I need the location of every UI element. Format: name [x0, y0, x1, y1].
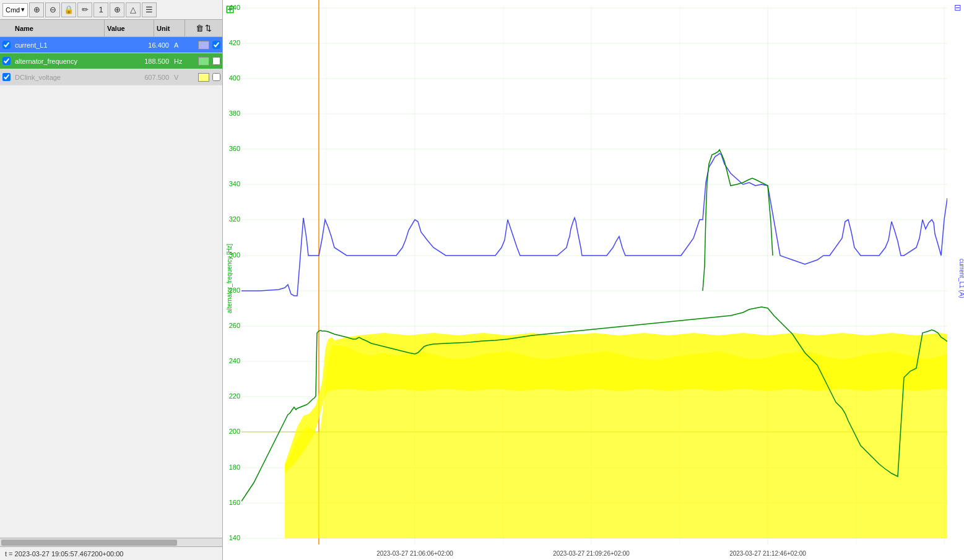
chart-panel: ⊞ ⊟: [223, 0, 964, 560]
row-checkbox-alt-freq[interactable]: [0, 57, 12, 65]
status-bar: t = 2023-03-27 19:05:57.467200+00:00: [0, 546, 222, 560]
col-header-actions: 🗑 ⇅: [185, 20, 222, 37]
row-name-current-l1: current_L1: [12, 41, 128, 49]
chart-corner-icon-left[interactable]: ⊞: [225, 2, 235, 16]
svg-text:140: 140: [229, 534, 240, 541]
cmd-dropdown[interactable]: Cmd ▾: [2, 3, 28, 17]
row-value-alt-freq: 188.500: [128, 58, 172, 65]
left-panel: Cmd ▾ ⊕ ⊖ 🔒 ✏ 1 ⊕ △ ☰ Name Value Unit 🗑 …: [0, 0, 223, 560]
table-header: Name Value Unit 🗑 ⇅: [0, 20, 222, 37]
toolbar-btn-delta[interactable]: △: [126, 2, 141, 17]
col-header-value: Value: [105, 20, 154, 37]
row-value-dclink: 607.500: [128, 74, 172, 81]
svg-text:340: 340: [229, 180, 240, 187]
chart-svg: 140 160 180 200 220 240 260 280 300 320 …: [223, 0, 964, 560]
toolbar-btn-menu[interactable]: ☰: [142, 2, 157, 17]
svg-text:380: 380: [229, 110, 240, 117]
horizontal-scrollbar[interactable]: [0, 538, 222, 546]
toolbar-btn-add[interactable]: ⊕: [110, 2, 124, 17]
row-actions-current-l1: [196, 41, 222, 50]
svg-text:2023-03-27 21:06:06+02:00: 2023-03-27 21:06:06+02:00: [376, 550, 453, 557]
svg-text:current_L1 (A): current_L1 (A): [958, 259, 964, 298]
toolbar-btn-one[interactable]: 1: [93, 2, 108, 17]
row-actions-alt-freq: [196, 57, 222, 66]
svg-text:400: 400: [229, 74, 240, 82]
dropdown-arrow: ▾: [21, 6, 25, 14]
svg-text:180: 180: [229, 463, 240, 471]
time-display: t = 2023-03-27 19:05:57.467200+00:00: [5, 550, 123, 558]
row-name-alt-freq: alternator_frequency: [12, 58, 128, 65]
svg-text:320: 320: [229, 215, 240, 223]
row-unit-current-l1: A: [172, 41, 196, 49]
toolbar-btn-magnify-plus[interactable]: ⊕: [29, 2, 44, 17]
row-unit-alt-freq: Hz: [172, 58, 196, 65]
row-color-current-l1[interactable]: [198, 41, 209, 50]
row-actions-dclink: [196, 73, 222, 82]
svg-text:2023-03-27 21:09:26+02:00: 2023-03-27 21:09:26+02:00: [553, 550, 630, 557]
toolbar-btn-magnify-minus[interactable]: ⊖: [45, 2, 60, 17]
toolbar: Cmd ▾ ⊕ ⊖ 🔒 ✏ 1 ⊕ △ ☰: [0, 0, 222, 20]
table-row: alternator_frequency 188.500 Hz: [0, 53, 222, 69]
svg-text:360: 360: [229, 145, 240, 152]
svg-text:2023-03-27 21:12:46+02:00: 2023-03-27 21:12:46+02:00: [729, 550, 806, 557]
table-body: current_L1 16.400 A alternator_frequency…: [0, 37, 222, 538]
table-row: current_L1 16.400 A: [0, 37, 222, 53]
row-value-current-l1: 16.400: [128, 41, 172, 49]
row-checkbox-current-l1[interactable]: [0, 41, 12, 49]
svg-text:alternator_frequency [Hz]: alternator_frequency [Hz]: [226, 244, 233, 314]
main-container: Cmd ▾ ⊕ ⊖ 🔒 ✏ 1 ⊕ △ ☰ Name Value Unit 🗑 …: [0, 0, 964, 560]
row-unit-dclink: V: [172, 74, 196, 81]
row-checkbox-dclink[interactable]: [0, 73, 12, 81]
chart-corner-icon-right[interactable]: ⊟: [954, 2, 962, 12]
cmd-label: Cmd: [6, 6, 20, 14]
svg-text:220: 220: [229, 392, 240, 400]
col-header-name: Name: [12, 20, 105, 37]
row-name-dclink: DClink_voltage: [12, 74, 128, 81]
row-vis-checkbox-current-l1[interactable]: [212, 41, 220, 49]
svg-text:240: 240: [229, 357, 240, 364]
scrollbar-thumb[interactable]: [1, 540, 177, 546]
svg-text:260: 260: [229, 322, 240, 329]
toolbar-btn-edit[interactable]: ✏: [77, 2, 92, 17]
row-vis-checkbox-dclink[interactable]: [212, 73, 220, 81]
svg-text:160: 160: [229, 499, 240, 506]
col-header-unit: Unit: [154, 20, 185, 37]
row-vis-checkbox-alt-freq[interactable]: [212, 57, 220, 65]
toolbar-btn-lock[interactable]: 🔒: [61, 2, 76, 17]
delete-icon: 🗑: [196, 24, 204, 33]
row-color-dclink[interactable]: [198, 73, 209, 82]
table-row: DClink_voltage 607.500 V: [0, 69, 222, 85]
sort-icon: ⇅: [205, 24, 212, 33]
row-color-alt-freq[interactable]: [198, 57, 209, 66]
svg-text:420: 420: [229, 39, 240, 46]
svg-text:200: 200: [229, 428, 240, 435]
